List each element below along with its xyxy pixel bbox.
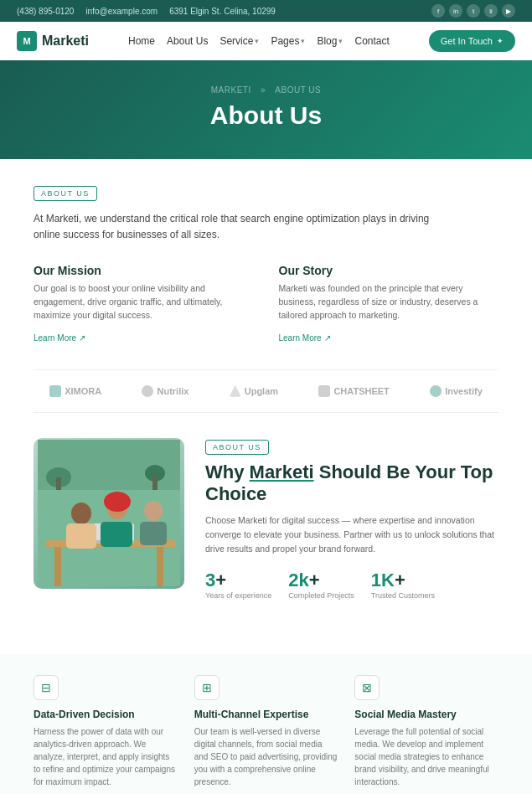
- why-badge: ABOUT US: [205, 440, 269, 455]
- svg-point-11: [71, 503, 91, 524]
- mission-title: Our Mission: [34, 264, 254, 277]
- svg-rect-7: [54, 547, 61, 586]
- why-section: ABOUT US Why Marketi Should Be Your Top …: [34, 438, 498, 600]
- partner-chatsheet: CHATSHEET: [318, 385, 389, 397]
- svg-rect-3: [56, 477, 61, 490]
- instagram-icon[interactable]: in: [449, 4, 462, 18]
- why-content: ABOUT US Why Marketi Should Be Your Top …: [205, 438, 498, 600]
- topbar-right: f in t li ▶: [431, 4, 515, 18]
- why-description: Choose Marketi for digital success — whe…: [205, 513, 498, 555]
- hero-section: MARKETI » ABOUT US About Us: [0, 60, 532, 159]
- social-links: f in t li ▶: [431, 4, 515, 18]
- mission-story-section: Our Mission Our goal is to boost your on…: [34, 264, 498, 343]
- youtube-icon[interactable]: ▶: [502, 4, 515, 18]
- svg-rect-17: [140, 522, 167, 545]
- stats-row: 3+ Years of experience 2k+ Completed Pro…: [205, 570, 498, 600]
- multichannel-icon: ⊞: [194, 675, 220, 700]
- svg-rect-12: [66, 523, 96, 549]
- feature-1-text: Harness the power of data with our analy…: [34, 725, 178, 788]
- partners-section: XIMORA Nutrilix Upglam CHATSHEET Investi…: [34, 369, 498, 413]
- partner-nutrilix: Nutrilix: [142, 385, 189, 397]
- story-title: Our Story: [279, 264, 499, 277]
- nav-links: Home About Us Service Pages Blog Contact: [128, 35, 390, 47]
- logo-icon: M: [17, 31, 37, 51]
- navbar: M Marketi Home About Us Service Pages Bl…: [0, 22, 532, 60]
- why-brand: Marketi: [250, 461, 314, 482]
- social-media-icon: ⊠: [354, 675, 380, 700]
- email: info@example.com: [85, 7, 158, 16]
- feature-1-title: Data-Driven Decision: [34, 709, 178, 720]
- nav-service[interactable]: Service: [220, 35, 259, 47]
- nav-home[interactable]: Home: [128, 35, 155, 47]
- why-title: Why Marketi Should Be Your Top Choice: [205, 461, 498, 506]
- partner-ximora: XIMORA: [49, 385, 101, 397]
- breadcrumb-current: ABOUT US: [275, 85, 321, 95]
- about-badge: ABOUT US: [34, 186, 97, 201]
- feature-3-title: Social Media Mastery: [354, 709, 498, 720]
- story-learn-more[interactable]: Learn More: [279, 333, 331, 343]
- twitter-icon[interactable]: t: [467, 4, 480, 18]
- mission-card: Our Mission Our goal is to boost your on…: [34, 264, 254, 343]
- phone: (438) 895-0120: [17, 7, 74, 16]
- address: 6391 Elgin St. Celina, 10299: [169, 7, 276, 16]
- features-grid: ⊟ Data-Driven Decision Harness the power…: [34, 675, 498, 794]
- partner-upglam: Upglam: [230, 385, 278, 397]
- story-card: Our Story Marketi was founded on the pri…: [279, 264, 499, 343]
- breadcrumb-root: MARKETI: [211, 85, 251, 95]
- linkedin-icon[interactable]: li: [484, 4, 498, 18]
- breadcrumb: MARKETI » ABOUT US: [17, 85, 515, 95]
- logo-text: Marketi: [42, 34, 89, 49]
- hero-title: About Us: [17, 101, 515, 130]
- stat-experience: 3+ Years of experience: [205, 570, 271, 600]
- mission-text: Our goal is to boost your online visibil…: [34, 282, 254, 322]
- feature-social-media: ⊠ Social Media Mastery Leverage the full…: [354, 675, 498, 794]
- svg-point-14: [104, 492, 131, 512]
- story-text: Marketi was founded on the principle tha…: [279, 282, 499, 322]
- logo[interactable]: M Marketi: [17, 31, 89, 51]
- svg-rect-8: [157, 547, 163, 586]
- nav-contact[interactable]: Contact: [354, 35, 389, 47]
- svg-rect-5: [152, 475, 158, 490]
- main-content: ABOUT US At Marketi, we understand the c…: [0, 159, 532, 654]
- nav-blog[interactable]: Blog: [317, 35, 343, 47]
- feature-multichannel: ⊞ Multi-Channel Expertise Our team is we…: [194, 675, 338, 794]
- topbar: (438) 895-0120 info@example.com 6391 Elg…: [0, 0, 532, 22]
- svg-rect-15: [101, 522, 132, 547]
- features-section: ⊟ Data-Driven Decision Harness the power…: [0, 654, 532, 794]
- breadcrumb-separator: »: [261, 85, 266, 95]
- mission-learn-more[interactable]: Learn More: [34, 333, 85, 343]
- topbar-left: (438) 895-0120 info@example.com 6391 Elg…: [17, 7, 276, 16]
- nav-pages[interactable]: Pages: [271, 35, 305, 47]
- facebook-icon[interactable]: f: [431, 4, 445, 18]
- feature-2-text: Our team is well-versed in diverse digit…: [194, 725, 338, 788]
- feature-data-driven: ⊟ Data-Driven Decision Harness the power…: [34, 675, 178, 794]
- why-image: [34, 438, 184, 589]
- svg-point-16: [144, 501, 163, 521]
- stat-customers: 1K+ Trusted Customers: [371, 570, 435, 600]
- page-wrapper: (438) 895-0120 info@example.com 6391 Elg…: [0, 0, 532, 794]
- nav-about[interactable]: About Us: [167, 35, 208, 47]
- feature-2-title: Multi-Channel Expertise: [194, 709, 338, 720]
- team-photo: [34, 438, 184, 589]
- get-in-touch-button[interactable]: Get In Touch: [429, 30, 515, 52]
- about-intro: At Marketi, we understand the critical r…: [34, 211, 452, 243]
- partner-investify: Investify: [430, 385, 483, 397]
- feature-3-text: Leverage the full potential of social me…: [354, 725, 498, 788]
- data-driven-icon: ⊟: [34, 675, 59, 700]
- stat-projects: 2k+ Completed Projects: [288, 570, 354, 600]
